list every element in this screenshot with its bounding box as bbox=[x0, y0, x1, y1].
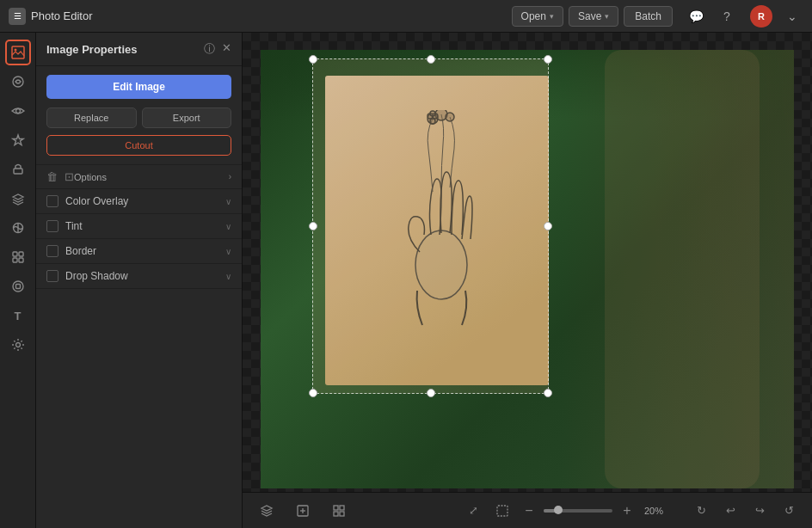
zoom-slider[interactable] bbox=[544, 509, 612, 513]
color-overlay-chevron-icon: ∨ bbox=[225, 197, 231, 206]
help-icon-button[interactable]: ? bbox=[716, 5, 738, 28]
zoom-level: 20% bbox=[642, 506, 666, 516]
svg-rect-29 bbox=[334, 512, 338, 516]
refresh-icon[interactable]: ↻ bbox=[690, 500, 712, 522]
photo-canvas[interactable] bbox=[261, 50, 794, 488]
close-panel-icon[interactable]: ✕ bbox=[222, 41, 231, 57]
filter-tool-button[interactable] bbox=[5, 69, 31, 95]
tint-checkbox[interactable] bbox=[46, 220, 58, 232]
svg-point-1 bbox=[14, 49, 16, 52]
redo-icon[interactable]: ↪ bbox=[748, 500, 771, 522]
svg-rect-10 bbox=[13, 258, 17, 262]
wand-tool-button[interactable] bbox=[5, 127, 31, 153]
tint-chevron-icon: ∨ bbox=[225, 222, 231, 231]
undo-icon[interactable]: ↩ bbox=[719, 500, 741, 522]
text-tool-button[interactable]: T bbox=[5, 303, 31, 328]
batch-label: Batch bbox=[635, 10, 661, 22]
zoom-in-button[interactable]: + bbox=[618, 501, 637, 520]
elements-tool-button[interactable] bbox=[5, 244, 31, 270]
stamp-tool-button[interactable] bbox=[5, 157, 31, 182]
topbar-icons: 💬 ? R ⌄ bbox=[685, 5, 803, 28]
crop-select-button[interactable] bbox=[490, 499, 514, 523]
chat-icon-button[interactable]: 💬 bbox=[685, 5, 707, 28]
options-label: Options bbox=[74, 172, 229, 182]
canvas-content[interactable] bbox=[243, 33, 812, 492]
reset-icon[interactable]: ↺ bbox=[778, 500, 800, 522]
save-button[interactable]: Save ▾ bbox=[569, 6, 618, 27]
svg-marker-4 bbox=[13, 135, 23, 145]
layers-bottom-icon[interactable] bbox=[255, 499, 279, 523]
selection-box[interactable] bbox=[312, 58, 549, 394]
svg-rect-23 bbox=[605, 50, 760, 488]
handle-left-middle[interactable] bbox=[309, 222, 317, 230]
open-label: Open bbox=[521, 10, 546, 22]
panel-title: Image Properties bbox=[46, 43, 204, 56]
cutout-button[interactable]: Cutout bbox=[46, 135, 231, 156]
open-button[interactable]: Open ▾ bbox=[512, 6, 563, 27]
export-button[interactable]: Export bbox=[142, 107, 232, 128]
zoom-out-button[interactable]: − bbox=[520, 501, 538, 520]
drop-shadow-chevron-icon: ∨ bbox=[225, 272, 231, 281]
border-label: Border bbox=[65, 245, 225, 257]
options-row: 🗑 ⊡ Options › bbox=[36, 164, 242, 189]
border-chevron-icon: ∨ bbox=[225, 247, 231, 256]
save-chevron-icon: ▾ bbox=[605, 12, 609, 21]
user-avatar[interactable]: R bbox=[750, 5, 772, 28]
canvas-area: ⤢ − + 20% ↻ ↩ ↪ ↺ bbox=[243, 33, 812, 528]
panel-header-icons: ⓘ ✕ bbox=[204, 41, 231, 57]
handle-bottom-left[interactable] bbox=[309, 389, 317, 397]
drop-shadow-label: Drop Shadow bbox=[65, 270, 225, 282]
expand-icon-button[interactable]: ⌄ bbox=[781, 5, 803, 28]
svg-rect-31 bbox=[497, 506, 508, 516]
text-tool-icon: T bbox=[15, 310, 22, 322]
app-logo: ☰ Photo Editor bbox=[9, 8, 93, 25]
grid-bottom-icon[interactable] bbox=[327, 499, 351, 523]
handle-top-left[interactable] bbox=[309, 55, 317, 64]
replace-button[interactable]: Replace bbox=[46, 107, 137, 128]
panel-header: Image Properties ⓘ ✕ bbox=[36, 33, 242, 66]
border-effect[interactable]: Border ∨ bbox=[36, 239, 242, 264]
svg-point-14 bbox=[15, 343, 20, 347]
svg-point-3 bbox=[15, 109, 20, 114]
app-title: Photo Editor bbox=[31, 9, 93, 22]
tint-effect[interactable]: Tint ∨ bbox=[36, 214, 242, 239]
zoom-controls: ⤢ − + 20% bbox=[461, 499, 666, 523]
color-overlay-effect[interactable]: Color Overlay ∨ bbox=[36, 189, 242, 214]
logo-icon: ☰ bbox=[9, 8, 26, 25]
edit-image-button[interactable]: Edit Image bbox=[46, 75, 231, 99]
svg-rect-13 bbox=[15, 285, 20, 289]
svg-point-2 bbox=[13, 77, 23, 87]
color-overlay-label: Color Overlay bbox=[65, 195, 225, 207]
edit-bottom-icon[interactable] bbox=[291, 499, 315, 523]
eye-tool-button[interactable] bbox=[5, 98, 31, 124]
image-tool-button[interactable] bbox=[5, 40, 31, 65]
handle-top-right[interactable] bbox=[544, 55, 552, 64]
svg-rect-27 bbox=[334, 506, 338, 510]
left-toolbar: T bbox=[0, 33, 36, 528]
handle-bottom-right[interactable] bbox=[544, 389, 552, 397]
fit-screen-button[interactable]: ⤢ bbox=[461, 499, 485, 523]
export-tool-button[interactable] bbox=[5, 273, 31, 299]
border-checkbox[interactable] bbox=[46, 245, 58, 257]
svg-rect-11 bbox=[19, 258, 23, 262]
svg-point-12 bbox=[13, 281, 23, 292]
topbar: ☰ Photo Editor Open ▾ Save ▾ Batch 💬 ? R… bbox=[0, 0, 812, 33]
delete-icon[interactable]: 🗑 bbox=[46, 170, 58, 183]
duplicate-icon[interactable]: ⊡ bbox=[65, 170, 74, 183]
info-icon[interactable]: ⓘ bbox=[204, 41, 215, 57]
handle-right-middle[interactable] bbox=[544, 222, 552, 230]
handle-top-middle[interactable] bbox=[427, 55, 435, 64]
object-tool-button[interactable] bbox=[5, 215, 31, 241]
drop-shadow-checkbox[interactable] bbox=[46, 270, 58, 282]
svg-rect-5 bbox=[14, 169, 22, 174]
bottom-bar: ⤢ − + 20% ↻ ↩ ↪ ↺ bbox=[243, 492, 812, 528]
settings-tool-button[interactable] bbox=[5, 332, 31, 358]
color-overlay-checkbox[interactable] bbox=[46, 195, 58, 207]
batch-button[interactable]: Batch bbox=[624, 6, 673, 27]
tint-label: Tint bbox=[65, 220, 225, 232]
drop-shadow-effect[interactable]: Drop Shadow ∨ bbox=[36, 264, 242, 289]
layers-tool-button[interactable] bbox=[5, 186, 31, 212]
options-action-icons: 🗑 ⊡ bbox=[46, 170, 74, 183]
main-area: T Image Properties ⓘ ✕ Edit Image Replac… bbox=[0, 33, 812, 528]
handle-bottom-middle[interactable] bbox=[427, 389, 435, 397]
